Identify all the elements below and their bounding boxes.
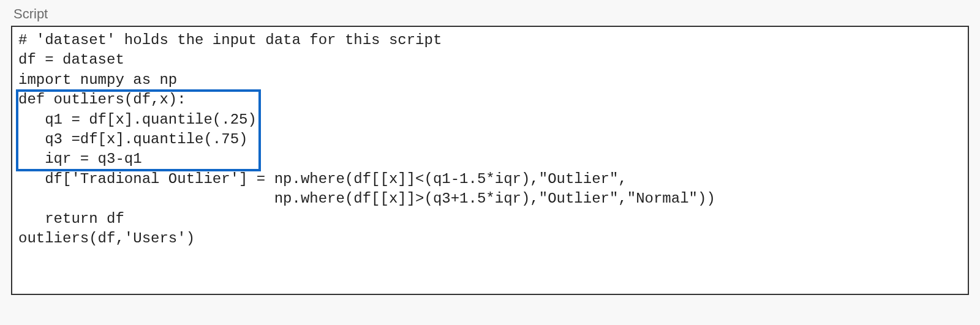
code-line: iqr = q3-q1 — [18, 149, 962, 169]
code-line: q1 = df[x].quantile(.25) — [18, 110, 962, 130]
code-line: df = dataset — [18, 50, 962, 70]
code-line: outliers(df,'Users') — [18, 229, 962, 248]
script-editor[interactable]: # 'dataset' holds the input data for thi… — [11, 26, 969, 295]
panel-title: Script — [13, 6, 969, 22]
code-line: import numpy as np — [18, 70, 962, 90]
code-line: np.where(df[[x]]>(q3+1.5*iqr),"Outlier",… — [18, 189, 962, 209]
code-line: # 'dataset' holds the input data for thi… — [18, 31, 962, 50]
script-panel-container: Script # 'dataset' holds the input data … — [0, 0, 980, 307]
code-line: def outliers(df,x): — [18, 90, 962, 110]
code-line: q3 =df[x].quantile(.75) — [18, 130, 962, 149]
code-line: return df — [18, 209, 962, 229]
code-line: df['Tradional Outlier'] = np.where(df[[x… — [18, 170, 962, 189]
